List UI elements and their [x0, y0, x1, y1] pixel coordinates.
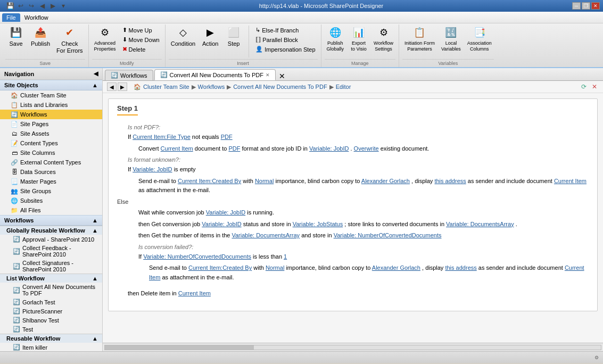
created-by-link-1[interactable]: Current Item:Created By: [178, 178, 241, 184]
var-documentsarray-link-1[interactable]: Variable: DocumentsArray: [446, 221, 514, 227]
qa-save-btn[interactable]: 💾: [5, 1, 15, 11]
nav-item-collect-feedback-sp2010[interactable]: 🔄 Collect Feedback - SharePoint 2010: [0, 244, 102, 259]
nav-item-collect-signatures-sp2010[interactable]: 🔄 Collect Signatures - SharePoint 2010: [0, 259, 102, 274]
nav-item-lists-libraries[interactable]: 📋 Lists and Libraries: [0, 100, 102, 110]
tab-convert-pdf[interactable]: 🔄 Convert All New Documents To PDF ✕: [154, 69, 276, 80]
qa-redo-btn[interactable]: ↪: [27, 1, 36, 11]
reusable-workflow-header[interactable]: Reusable Workflow ▲: [0, 334, 102, 343]
move-up-button[interactable]: ⬆ Move Up: [120, 26, 162, 35]
qa-back-btn[interactable]: ◀: [37, 1, 47, 11]
ribbon: 💾 Save 📤 Publish ✔ Check For Errors Save…: [0, 23, 603, 68]
nav-item-site-assets[interactable]: 🗂 Site Assets: [0, 129, 102, 138]
initiation-form-button[interactable]: 📋 Initiation Form Parameters: [402, 26, 437, 53]
var-jobstatus-link[interactable]: Variable: JobStatus: [293, 221, 343, 227]
workflow-editor[interactable]: Step 1 Is not PDF?: If Current Item:File…: [103, 93, 603, 343]
nav-item-workflows[interactable]: 🔄 Workflows: [0, 110, 102, 119]
current-item-link-2[interactable]: Current Item: [554, 178, 587, 184]
nav-item-site-groups[interactable]: 👥 Site Groups: [0, 186, 102, 196]
move-down-button[interactable]: ⬇ Move Down: [120, 35, 162, 44]
local-variables-button[interactable]: 🔣 Local Variables: [439, 26, 463, 53]
created-by-link-2[interactable]: Current Item:Created By: [188, 264, 252, 271]
nav-item-data-sources[interactable]: 🗄 Data Sources: [0, 167, 102, 177]
breadcrumb-back-btn[interactable]: ◀: [107, 82, 117, 91]
normal-importance-link-1[interactable]: Normal: [255, 178, 274, 184]
minimize-btn[interactable]: ─: [572, 2, 581, 10]
nav-item-picture-scanner[interactable]: 🔄 PictureScanner: [0, 307, 102, 316]
qa-customize-btn[interactable]: ▾: [59, 1, 68, 11]
action-button[interactable]: ▶ Action: [200, 26, 221, 48]
nav-item-item-killer[interactable]: 🔄 Item killer: [0, 343, 102, 351]
tab-close-all-btn[interactable]: ✕: [279, 72, 285, 80]
advanced-properties-button[interactable]: ⚙ Advanced Properties: [92, 26, 118, 53]
current-item-link-1[interactable]: Current Item: [161, 145, 193, 152]
list-workflow-header[interactable]: List Workflow ▲: [0, 274, 102, 283]
nav-item-content-types[interactable]: 📝 Content Types: [0, 138, 102, 148]
alexander-gorlach-link-2[interactable]: Alexander Gorlach: [372, 264, 420, 271]
var-jobid-link-2[interactable]: Variable: JobID: [133, 166, 172, 172]
nav-item-master-pages[interactable]: 📃 Master Pages: [0, 177, 102, 186]
tab-workflows[interactable]: 🔄 Workflows: [105, 70, 153, 80]
value-1-link[interactable]: 1: [284, 253, 287, 260]
workflow-settings-button[interactable]: ⚙ Workflow Settings: [371, 26, 395, 53]
breadcrumb-convert-pdf[interactable]: Convert All New Documents To PDF: [233, 84, 327, 90]
step-button[interactable]: ⬜ Step: [223, 26, 244, 48]
var-jobid-link-3[interactable]: Variable: JobID: [206, 209, 245, 216]
tab-convert-pdf-close[interactable]: ✕: [266, 72, 270, 78]
current-item-link-4[interactable]: Current Item: [178, 290, 211, 296]
breadcrumb-forward-btn[interactable]: ▶: [118, 82, 127, 91]
bottom-scrollbar[interactable]: [103, 343, 603, 351]
alexander-gorlach-link-1[interactable]: Alexander Gorlach: [361, 178, 410, 184]
pdf-link[interactable]: PDF: [221, 134, 233, 140]
else-if-branch-button[interactable]: ↳ Else-If Branch: [253, 26, 317, 35]
nav-section-workflows[interactable]: Workflows ▲: [0, 215, 102, 226]
nav-item-shlbanov-test[interactable]: 🔄 Shlbanov Test: [0, 316, 102, 325]
impersonation-step-button[interactable]: 👤 Impersonation Step: [253, 45, 317, 54]
nav-item-subsites[interactable]: 🌐 Subsites: [0, 196, 102, 205]
this-address-link-1[interactable]: this address: [434, 178, 466, 184]
nav-collapse-icon[interactable]: ◀: [94, 70, 98, 77]
normal-importance-link-2[interactable]: Normal: [266, 264, 284, 271]
nav-item-site-columns[interactable]: 🗃 Site Columns: [0, 148, 102, 158]
menu-workflow[interactable]: Workflow: [20, 13, 53, 22]
nav-item-site-pages[interactable]: 📄 Site Pages: [0, 119, 102, 129]
breadcrumb-editor[interactable]: Editor: [336, 84, 351, 90]
export-visio-button[interactable]: 📊 Export to Visio: [348, 26, 369, 53]
association-columns-button[interactable]: 📑 Association Columns: [465, 26, 494, 53]
globally-reusable-header[interactable]: Globally Reusable Workflow ▲: [0, 226, 102, 235]
nav-item-test[interactable]: 🔄 Test: [0, 325, 102, 334]
check-errors-button[interactable]: ✔ Check For Errors: [54, 26, 85, 55]
nav-item-gorlach-test[interactable]: 🔄 Gorlach Test: [0, 297, 102, 307]
this-address-link-2[interactable]: this address: [445, 264, 476, 271]
nav-panel-scroll[interactable]: Site Objects ▲ 🏠 Cluster Team Site 📋 Lis…: [0, 80, 102, 351]
menu-file[interactable]: File: [2, 13, 20, 22]
parallel-block-button[interactable]: ⟦⟧ Parallel Block: [253, 35, 317, 44]
save-button[interactable]: 💾 Save: [5, 26, 27, 48]
nav-item-external-content-types[interactable]: 🔗 External Content Types: [0, 158, 102, 167]
breadcrumb-workflows[interactable]: Workflows: [198, 84, 225, 90]
condition-button[interactable]: ◇ Condition: [169, 26, 197, 48]
var-jobid-link-4[interactable]: Variable: JobID: [202, 221, 241, 227]
publish-globally-button[interactable]: 🌐 Publish Globally: [325, 26, 346, 53]
var-numberofconverted-link-2[interactable]: Variable: NumberOfConvertedDocuments: [143, 253, 251, 260]
qa-forward-btn[interactable]: ▶: [48, 1, 57, 11]
refresh-btn[interactable]: ⟳: [580, 82, 588, 91]
nav-item-convert-all-new[interactable]: 🔄 Convert All New Documents To PDF: [0, 283, 102, 297]
qa-undo-btn[interactable]: ↩: [16, 1, 26, 11]
var-documentsarray-link-2[interactable]: Variable: DocumentsArray: [232, 232, 300, 238]
title-bar: 💾 ↩ ↪ ◀ ▶ ▾ http://sp14.vlab - Microsoft…: [0, 0, 603, 12]
if-current-item-file-type-link[interactable]: Current Item:File Type: [133, 134, 191, 140]
delete-button[interactable]: ✖ Delete: [120, 45, 162, 54]
publish-button[interactable]: 📤 Publish: [29, 26, 52, 48]
pdf-format-link[interactable]: PDF: [228, 145, 240, 152]
stop-btn[interactable]: ✕: [590, 82, 599, 91]
close-btn[interactable]: ✕: [591, 2, 600, 10]
breadcrumb-cluster-team-site[interactable]: Cluster Team Site: [143, 84, 189, 90]
nav-item-cluster-team-site[interactable]: 🏠 Cluster Team Site: [0, 90, 102, 100]
var-numberofconverted-link-1[interactable]: Variable: NumberOfConvertedDocuments: [334, 232, 442, 238]
nav-item-approval-sp2010[interactable]: 🔄 Approval - SharePoint 2010: [0, 235, 102, 244]
nav-item-all-files[interactable]: 📁 All Files: [0, 205, 102, 215]
restore-btn[interactable]: ❐: [582, 2, 590, 10]
var-jobid-link-1[interactable]: Variable: JobID: [309, 145, 349, 152]
overwrite-link[interactable]: Overwrite: [354, 145, 379, 152]
nav-section-site-objects[interactable]: Site Objects ▲: [0, 80, 102, 90]
